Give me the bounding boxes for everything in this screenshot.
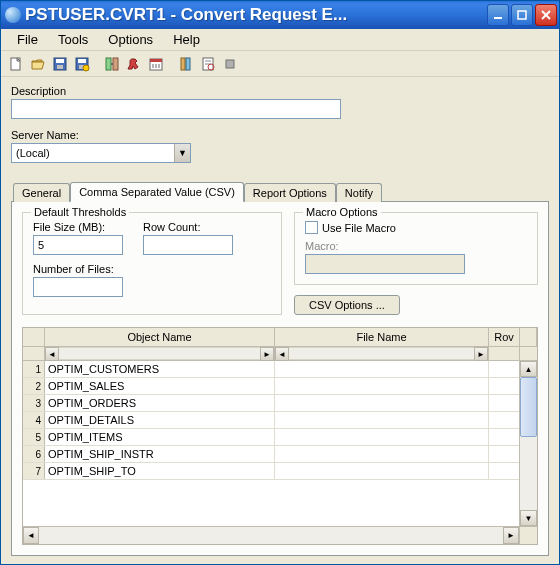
- tab-strip: General Comma Separated Value (CSV) Repo…: [11, 181, 549, 201]
- obj-scroll-right[interactable]: ►: [260, 347, 274, 361]
- scroll-up-icon[interactable]: ▲: [520, 361, 537, 377]
- svg-rect-19: [181, 58, 185, 70]
- row-number: 4: [23, 412, 45, 428]
- fname-scroll-left[interactable]: ◄: [275, 347, 289, 361]
- cell-file-name[interactable]: [275, 361, 489, 377]
- description-input[interactable]: [11, 99, 341, 119]
- cell-rov[interactable]: [489, 429, 519, 445]
- server-name-value: (Local): [16, 147, 50, 159]
- schedule-icon[interactable]: [145, 53, 167, 75]
- col-file-name[interactable]: File Name: [275, 328, 489, 346]
- new-icon[interactable]: [5, 53, 27, 75]
- number-of-files-label: Number of Files:: [33, 263, 271, 275]
- menu-options[interactable]: Options: [98, 30, 163, 49]
- convert-icon[interactable]: [101, 53, 123, 75]
- cell-object-name[interactable]: OPTIM_SHIP_INSTR: [45, 446, 275, 462]
- svg-rect-6: [56, 59, 64, 63]
- column-scrollbar: ◄ ► ◄ ►: [23, 347, 537, 361]
- cell-file-name[interactable]: [275, 378, 489, 394]
- svg-rect-7: [57, 65, 63, 69]
- cell-file-name[interactable]: [275, 446, 489, 462]
- obj-scroll-left[interactable]: ◄: [45, 347, 59, 361]
- col-rov[interactable]: Rov: [489, 328, 519, 346]
- fname-scroll-track[interactable]: [289, 347, 474, 360]
- fname-scroll-right[interactable]: ►: [474, 347, 488, 361]
- cell-object-name[interactable]: OPTIM_ORDERS: [45, 395, 275, 411]
- cell-file-name[interactable]: [275, 395, 489, 411]
- save-icon[interactable]: [49, 53, 71, 75]
- svg-rect-15: [150, 59, 162, 62]
- row-number: 6: [23, 446, 45, 462]
- menu-tools[interactable]: Tools: [48, 30, 98, 49]
- horizontal-scrollbar[interactable]: ◄ ►: [23, 526, 537, 544]
- scroll-thumb[interactable]: [520, 377, 537, 437]
- cell-object-name[interactable]: OPTIM_SHIP_TO: [45, 463, 275, 479]
- menubar: File Tools Options Help: [1, 29, 559, 51]
- table-row[interactable]: 3OPTIM_ORDERS: [23, 395, 537, 412]
- server-name-select[interactable]: (Local) ▼: [11, 143, 191, 163]
- cell-rov[interactable]: [489, 412, 519, 428]
- cell-rov[interactable]: [489, 463, 519, 479]
- chevron-down-icon: ▼: [174, 144, 190, 162]
- stop-icon[interactable]: [219, 53, 241, 75]
- cell-rov[interactable]: [489, 446, 519, 462]
- cell-file-name[interactable]: [275, 429, 489, 445]
- table-row[interactable]: 7OPTIM_SHIP_TO: [23, 463, 537, 480]
- tab-csv[interactable]: Comma Separated Value (CSV): [70, 182, 244, 202]
- tab-notify[interactable]: Notify: [336, 183, 382, 202]
- default-thresholds-legend: Default Thresholds: [31, 206, 129, 218]
- table-row[interactable]: 5OPTIM_ITEMS: [23, 429, 537, 446]
- tab-general[interactable]: General: [13, 183, 70, 202]
- cell-object-name[interactable]: OPTIM_CUSTOMERS: [45, 361, 275, 377]
- saveas-icon[interactable]: [71, 53, 93, 75]
- menu-file[interactable]: File: [7, 30, 48, 49]
- use-file-macro-checkbox[interactable]: [305, 221, 318, 234]
- log-icon[interactable]: [197, 53, 219, 75]
- content-area: Description Server Name: (Local) ▼ Gener…: [1, 77, 559, 564]
- row-count-input[interactable]: [143, 235, 233, 255]
- col-object-name[interactable]: Object Name: [45, 328, 275, 346]
- grid-body: 1OPTIM_CUSTOMERS2OPTIM_SALES3OPTIM_ORDER…: [23, 361, 537, 526]
- cell-rov[interactable]: [489, 395, 519, 411]
- minimize-button[interactable]: [487, 4, 509, 26]
- tab-panel-csv: Default Thresholds File Size (MB): Row C…: [11, 201, 549, 556]
- cell-rov[interactable]: [489, 378, 519, 394]
- cell-object-name[interactable]: OPTIM_DETAILS: [45, 412, 275, 428]
- cell-object-name[interactable]: OPTIM_SALES: [45, 378, 275, 394]
- row-number: 2: [23, 378, 45, 394]
- grid-header: Object Name File Name Rov: [23, 328, 537, 347]
- cell-file-name[interactable]: [275, 463, 489, 479]
- table-row[interactable]: 2OPTIM_SALES: [23, 378, 537, 395]
- file-size-input[interactable]: [33, 235, 123, 255]
- table-row[interactable]: 4OPTIM_DETAILS: [23, 412, 537, 429]
- svg-rect-12: [106, 58, 111, 70]
- tab-report-options[interactable]: Report Options: [244, 183, 336, 202]
- scroll-down-icon[interactable]: ▼: [520, 510, 537, 526]
- menu-help[interactable]: Help: [163, 30, 210, 49]
- use-file-macro-label: Use File Macro: [322, 222, 396, 234]
- toolbar: [1, 51, 559, 77]
- close-button[interactable]: [535, 4, 557, 26]
- number-of-files-input[interactable]: [33, 277, 123, 297]
- table-row[interactable]: 1OPTIM_CUSTOMERS: [23, 361, 537, 378]
- scroll-left-icon[interactable]: ◄: [23, 527, 39, 544]
- cell-rov[interactable]: [489, 361, 519, 377]
- run-icon[interactable]: [123, 53, 145, 75]
- svg-rect-9: [78, 59, 86, 63]
- properties-icon[interactable]: [175, 53, 197, 75]
- cell-file-name[interactable]: [275, 412, 489, 428]
- csv-options-button[interactable]: CSV Options ...: [294, 295, 400, 315]
- obj-scroll-track[interactable]: [59, 347, 260, 360]
- macro-input: [305, 254, 465, 274]
- row-number: 7: [23, 463, 45, 479]
- row-count-label: Row Count:: [143, 221, 233, 233]
- vertical-scrollbar[interactable]: ▲ ▼: [519, 361, 537, 526]
- scroll-right-icon[interactable]: ►: [503, 527, 519, 544]
- table-row[interactable]: 6OPTIM_SHIP_INSTR: [23, 446, 537, 463]
- titlebar: PSTUSER.CVRT1 - Convert Request E...: [1, 1, 559, 29]
- maximize-button[interactable]: [511, 4, 533, 26]
- hscroll-track[interactable]: [39, 527, 503, 544]
- cell-object-name[interactable]: OPTIM_ITEMS: [45, 429, 275, 445]
- file-size-label: File Size (MB):: [33, 221, 123, 233]
- open-icon[interactable]: [27, 53, 49, 75]
